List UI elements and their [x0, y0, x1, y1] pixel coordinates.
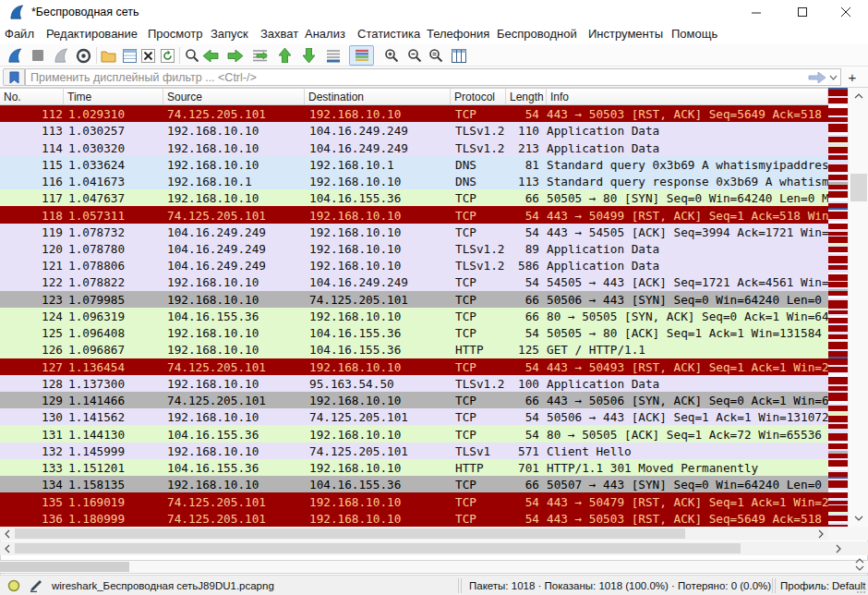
- packet-row[interactable]: 1291.14146674.125.205.101192.168.10.10TC…: [0, 392, 828, 408]
- column-header-time[interactable]: Time: [64, 89, 163, 104]
- packet-row[interactable]: 1251.096408192.168.10.10104.16.155.36TCP…: [0, 324, 828, 341]
- spin-up-icon[interactable]: [855, 558, 864, 564]
- column-header-no[interactable]: No.: [0, 89, 64, 104]
- minimap-stripe: [828, 393, 848, 401]
- cell-len: 213: [499, 140, 539, 154]
- packet-row[interactable]: 1141.030320192.168.10.10104.16.249.249TL…: [0, 139, 828, 155]
- cell-no: 134: [0, 478, 63, 492]
- reload-file-button[interactable]: [156, 45, 178, 66]
- packet-row[interactable]: 1241.096319104.16.155.36192.168.10.10TCP…: [0, 308, 828, 324]
- go-bottom-button[interactable]: [297, 45, 319, 66]
- packet-row[interactable]: 1301.141562192.168.10.1074.125.205.101TC…: [0, 408, 828, 425]
- filter-bookmark-button[interactable]: [3, 68, 25, 86]
- spin-down-icon[interactable]: [855, 565, 864, 571]
- start-capture-button[interactable]: [4, 45, 26, 66]
- cell-no: 133: [0, 461, 63, 475]
- packet-row[interactable]: 1121.02931074.125.205.101192.168.10.10TC…: [0, 105, 828, 122]
- vertical-scrollbar[interactable]: [848, 88, 868, 527]
- menu-1[interactable]: Файл: [5, 27, 34, 41]
- packet-list-hscrollbar-thumb[interactable]: [15, 528, 685, 539]
- cell-proto: TCP: [455, 427, 476, 441]
- go-to-packet-button[interactable]: [248, 45, 271, 66]
- packet-row[interactable]: 1351.16901974.125.205.101192.168.10.10TC…: [0, 492, 828, 509]
- colorize-packets-button[interactable]: [349, 45, 374, 66]
- display-filter-input[interactable]: Применить дисплейный фильтр ... <Ctrl-/>: [25, 68, 841, 86]
- packet-row[interactable]: 1331.151201104.16.155.36192.168.10.10HTT…: [0, 459, 828, 476]
- resize-grip[interactable]: [857, 584, 866, 593]
- menu-4[interactable]: Запуск: [211, 27, 248, 41]
- maximize-button[interactable]: [781, 0, 823, 24]
- packet-row[interactable]: 1171.047637192.168.10.10104.16.155.36TCP…: [0, 189, 828, 206]
- packet-row[interactable]: 1311.144130104.16.155.36192.168.10.10TCP…: [0, 425, 828, 442]
- pane-hscrollbar-thumb[interactable]: [15, 543, 741, 553]
- cell-proto: TCP: [455, 410, 476, 424]
- cell-dst: 104.16.249.249: [309, 140, 408, 154]
- restart-capture-button[interactable]: [50, 45, 72, 66]
- column-header-source[interactable]: Source: [163, 89, 305, 104]
- go-forward-button[interactable]: [223, 45, 246, 66]
- status-profile[interactable]: Профиль: Default: [780, 580, 865, 591]
- menu-11[interactable]: Помощь: [671, 27, 717, 41]
- zoom-in-button[interactable]: [380, 45, 403, 66]
- menu-6[interactable]: Анализ: [305, 27, 345, 41]
- packet-row[interactable]: 1271.13645474.125.205.101192.168.10.10TC…: [0, 358, 828, 375]
- packet-row[interactable]: 1161.041673192.168.10.1192.168.10.10DNS1…: [0, 173, 828, 189]
- packet-row[interactable]: 1191.078732104.16.249.249192.168.10.10TC…: [0, 224, 828, 240]
- column-header-destination[interactable]: Destination: [305, 89, 451, 104]
- menu-7[interactable]: Статистика: [357, 27, 420, 41]
- cell-proto: TLSv1.2: [455, 259, 504, 273]
- cell-dst: 74.125.205.101: [309, 292, 408, 306]
- bottom-scrollbar-thumb[interactable]: [0, 562, 129, 572]
- hscroll-right-icon[interactable]: [814, 527, 827, 540]
- column-header-length[interactable]: Length: [506, 89, 547, 104]
- auto-scroll-button[interactable]: [322, 45, 344, 66]
- menu-9[interactable]: Беспроводной: [497, 27, 577, 41]
- hscroll2-left-icon[interactable]: [0, 541, 14, 555]
- packet-row[interactable]: 1261.096867192.168.10.10104.16.155.36HTT…: [0, 341, 828, 358]
- vertical-scrollbar-thumb[interactable]: [850, 174, 867, 201]
- packet-row[interactable]: 1131.030257192.168.10.10104.16.249.249TL…: [0, 122, 828, 139]
- packet-list-hscrollbar[interactable]: [0, 527, 828, 540]
- packet-row[interactable]: 1281.137300192.168.10.1095.163.54.50TLSv…: [0, 375, 828, 392]
- hscroll2-right-icon[interactable]: [831, 541, 845, 555]
- resize-columns-button[interactable]: [448, 45, 470, 66]
- close-button[interactable]: [826, 0, 867, 24]
- packet-row[interactable]: 1361.18099974.125.205.101192.168.10.10TC…: [0, 510, 828, 527]
- cell-len: 54: [499, 511, 539, 525]
- packet-row[interactable]: 1211.078806104.16.249.249192.168.10.10TL…: [0, 257, 828, 273]
- pane-hscrollbar[interactable]: [0, 541, 868, 555]
- scroll-down-icon[interactable]: [854, 516, 863, 521]
- packet-row[interactable]: 1231.079985192.168.10.1074.125.205.101TC…: [0, 291, 828, 308]
- go-top-button[interactable]: [273, 45, 295, 66]
- scroll-up-icon[interactable]: [854, 93, 863, 99]
- column-header-info[interactable]: Info: [547, 89, 828, 104]
- open-file-button[interactable]: [97, 45, 119, 66]
- spin-arrows[interactable]: [855, 558, 868, 575]
- zoom-original-button[interactable]: [425, 45, 447, 66]
- packet-row[interactable]: 1341.158135192.168.10.10104.16.155.36TCP…: [0, 476, 828, 492]
- packet-row[interactable]: 1151.033624192.168.10.10192.168.10.1DNS8…: [0, 156, 828, 173]
- zoom-out-button[interactable]: [404, 45, 426, 66]
- go-back-button[interactable]: [199, 45, 222, 66]
- packet-row[interactable]: 1321.145999192.168.10.1074.125.205.101TL…: [0, 443, 828, 459]
- expert-info-icon[interactable]: [7, 579, 20, 592]
- add-filter-button[interactable]: +: [844, 68, 861, 86]
- packet-row[interactable]: 1201.078780104.16.249.249192.168.10.10TL…: [0, 240, 828, 257]
- menu-10[interactable]: Инструменты: [588, 27, 663, 41]
- packet-row[interactable]: 1221.078822192.168.10.10104.16.249.249TC…: [0, 273, 828, 290]
- capture-comment-icon[interactable]: [29, 579, 42, 592]
- packet-minimap[interactable]: [828, 88, 848, 527]
- capture-options-button[interactable]: [72, 45, 94, 66]
- minimize-button[interactable]: [736, 0, 778, 24]
- apply-filter-icon[interactable]: [808, 72, 826, 83]
- hscroll-left-icon[interactable]: [0, 527, 14, 540]
- menu-8[interactable]: Телефония: [427, 27, 489, 41]
- menu-2[interactable]: Редактирование: [46, 27, 138, 41]
- bottom-scrollbar[interactable]: [0, 560, 868, 574]
- menu-5[interactable]: Захват: [260, 27, 298, 41]
- stop-capture-button[interactable]: [27, 45, 49, 66]
- column-header-protocol[interactable]: Protocol: [451, 89, 506, 104]
- menu-3[interactable]: Просмотр: [148, 27, 202, 41]
- packet-row[interactable]: 1181.05731174.125.205.101192.168.10.10TC…: [0, 206, 828, 223]
- filter-dropdown-icon[interactable]: [829, 75, 838, 80]
